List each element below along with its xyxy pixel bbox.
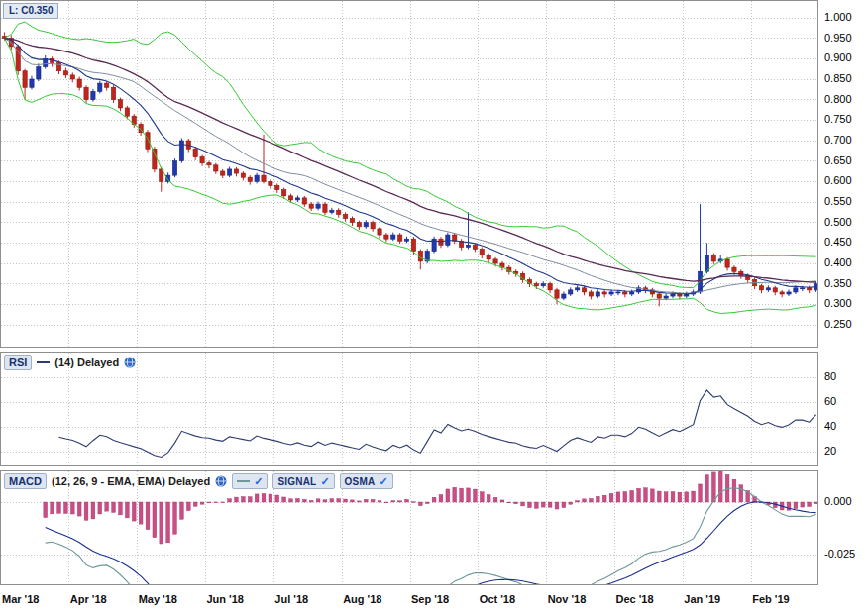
rsi-tick-label: 60 (824, 396, 836, 407)
macd-line-check-icon: ✓ (254, 476, 263, 487)
price-tick-label: 0.700 (824, 135, 852, 146)
rsi-tick-label: 20 (824, 446, 836, 457)
macd-tick-label: 0.000 (824, 496, 852, 507)
rsi-title-chip[interactable]: RSI (4, 355, 32, 370)
rsi-y-axis: 80604020 (823, 352, 868, 468)
price-tick-label: 0.300 (824, 298, 852, 309)
month-tick-label: Oct '18 (480, 593, 515, 605)
price-tick-label: 0.600 (824, 175, 852, 186)
time-axis: Mar '18Apr '18May '18Jun '18Jul '18Aug '… (0, 588, 868, 613)
price-tick-label: 0.950 (824, 33, 852, 44)
price-tick-label: 0.800 (824, 94, 852, 105)
price-tick-label: 0.550 (824, 196, 852, 207)
month-tick-label: Aug '18 (343, 593, 381, 605)
price-tick-label: 0.900 (824, 52, 852, 63)
macd-line-sample-icon (237, 480, 250, 482)
price-tick-label: 0.650 (824, 155, 852, 166)
price-y-axis: 1.0000.9500.9000.8500.8000.7500.7000.650… (823, 0, 868, 350)
price-panel: 1.0000.9500.9000.8500.8000.7500.7000.650… (0, 0, 868, 350)
rsi-line-sample-icon (37, 361, 50, 363)
price-tick-label: 0.500 (824, 217, 852, 228)
moving-averages (4, 39, 815, 294)
osma-check-icon: ✓ (379, 476, 387, 487)
last-price-badge: L: C0.350 (3, 3, 58, 19)
signal-legend[interactable]: SIGNAL ✓ (272, 473, 334, 489)
rsi-tick-label: 40 (824, 421, 836, 432)
month-tick-label: Feb '19 (752, 593, 789, 605)
signal-label: SIGNAL (277, 476, 316, 487)
candlestick-series (2, 32, 817, 306)
macd-panel: 0.000-0.025 MACD (12, 26, 9 - EMA, EMA) … (0, 470, 868, 587)
macd-title-chip[interactable]: MACD (4, 473, 47, 489)
macd-tick-label: -0.025 (824, 549, 855, 560)
macd-header: MACD (12, 26, 9 - EMA, EMA) Delayed ✓ SI… (4, 473, 393, 489)
macd-y-axis: 0.000-0.025 (823, 470, 868, 587)
rsi-tick-label: 80 (824, 371, 836, 382)
rsi-params: (14) Delayed (54, 357, 119, 368)
price-tick-label: 0.850 (824, 73, 852, 84)
month-tick-label: Mar '18 (2, 593, 39, 605)
month-tick-label: May '18 (139, 593, 177, 605)
price-tick-label: 1.000 (824, 12, 852, 23)
month-tick-label: Sep '18 (411, 593, 449, 605)
month-tick-label: Apr '18 (70, 593, 107, 605)
signal-check-icon: ✓ (320, 476, 329, 487)
price-tick-label: 0.350 (824, 278, 852, 289)
month-tick-label: Jun '18 (207, 593, 244, 605)
macd-line-legend[interactable]: ✓ (232, 473, 268, 489)
rsi-panel: 80604020 RSI (14) Delayed (0, 352, 868, 468)
price-tick-label: 0.450 (824, 237, 852, 248)
macd-params: (12, 26, 9 - EMA, EMA) Delayed (52, 475, 210, 487)
price-tick-label: 0.250 (824, 319, 852, 330)
rsi-line (59, 390, 816, 458)
delayed-data-icon[interactable] (124, 357, 136, 368)
price-tick-label: 0.400 (824, 257, 852, 268)
month-tick-label: Nov '18 (548, 593, 587, 605)
month-tick-label: Dec '18 (616, 593, 654, 605)
price-chart-plot[interactable] (0, 0, 818, 348)
trading-chart: 1.0000.9500.9000.8500.8000.7500.7000.650… (0, 0, 868, 613)
month-tick-label: Jul '18 (274, 593, 308, 605)
price-tick-label: 0.750 (824, 114, 852, 125)
delayed-data-icon[interactable] (215, 475, 227, 487)
osma-legend[interactable]: OSMA ✓ (340, 473, 393, 489)
rsi-header: RSI (14) Delayed (4, 355, 136, 370)
osma-label: OSMA (345, 476, 376, 487)
price-grid (1, 1, 818, 348)
month-tick-label: Jan '19 (684, 593, 720, 605)
